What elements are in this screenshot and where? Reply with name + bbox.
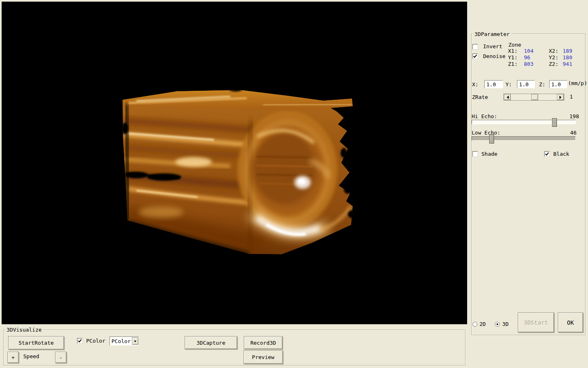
hi-echo-value: 198 [559, 113, 579, 119]
ok-button[interactable]: OK [558, 312, 583, 332]
pcolor-dropdown[interactable]: PColor [109, 337, 139, 346]
scale-z-label: Z: [539, 81, 546, 88]
zone-x2-label: X2: [549, 48, 558, 54]
parameter-groupbox [471, 34, 586, 335]
low-echo-slider-thumb[interactable] [489, 134, 494, 144]
zrate-scroll-thumb[interactable] [531, 94, 538, 100]
scale-x-label: X: [472, 81, 479, 88]
mode-2d-radio[interactable] [472, 322, 477, 327]
low-echo-label: Low Echo: [472, 130, 500, 136]
hi-echo-label: Hi Echo: [472, 113, 497, 119]
scale-y-input[interactable] [517, 80, 535, 88]
app-window: { "colors": { "window_bg": "#ece9d8", "v… [0, 0, 588, 368]
mode-3d-label: 3D [502, 321, 509, 327]
speed-plus-button[interactable]: + [7, 352, 19, 363]
start-rotate-button[interactable]: StartRotate [8, 336, 64, 350]
zone-y2-label: Y2: [549, 54, 558, 61]
zone-z2-value: 941 [563, 61, 572, 67]
zrate-label: ZRate [472, 94, 488, 100]
shade-checkbox[interactable] [472, 151, 478, 157]
parameter-group-title: 3DParameter [473, 31, 511, 37]
zone-z2-label: Z2: [549, 61, 558, 67]
invert-checkbox[interactable] [472, 44, 478, 49]
checkmark-icon [473, 54, 477, 58]
pcolor-dropdown-value: PColor [110, 338, 132, 344]
render-viewport[interactable] [2, 2, 467, 324]
dropdown-arrow-button[interactable] [132, 337, 138, 345]
start-3d-button[interactable]: 3DStart [518, 312, 554, 332]
mode-3d-radio[interactable] [495, 322, 500, 327]
right-arrow-icon [559, 96, 563, 99]
scale-unit-label: (mm/p) [568, 80, 587, 86]
low-echo-value: 46 [559, 130, 577, 136]
preview-button[interactable]: Preview [243, 350, 283, 364]
zone-x1-value: 104 [524, 48, 533, 54]
zone-z1-value: 803 [524, 61, 533, 67]
low-echo-slider-track[interactable] [472, 136, 576, 141]
black-label: Black [553, 151, 569, 157]
scale-y-label: Y: [506, 81, 512, 88]
ultrasound-volume-render [2, 2, 467, 324]
scale-x-input[interactable] [484, 80, 503, 88]
denoise-label: Denoise [483, 53, 506, 59]
pcolor-label: PColor [86, 338, 105, 344]
zone-y1-value: 96 [524, 54, 530, 61]
mode-2d-label: 2D [479, 321, 486, 327]
black-checkbox[interactable] [544, 151, 550, 157]
checkmark-icon [78, 339, 82, 343]
zrate-scroll-track[interactable] [511, 94, 557, 100]
zone-x1-label: X1: [508, 48, 517, 54]
zrate-scroll-right-button[interactable] [557, 94, 564, 100]
zrate-value: 1 [570, 94, 573, 100]
zrate-scrollbar[interactable] [503, 94, 564, 101]
invert-label: Invert [483, 43, 502, 49]
left-arrow-icon [505, 96, 509, 99]
zone-x2-value: 189 [563, 48, 572, 54]
capture-3d-button[interactable]: 3DCapture [185, 336, 237, 349]
pcolor-checkbox[interactable] [77, 338, 82, 343]
checkmark-icon [545, 152, 549, 156]
hi-echo-slider-thumb[interactable] [552, 118, 557, 127]
speed-minus-button[interactable]: - [55, 352, 67, 363]
scale-z-input[interactable] [549, 80, 567, 88]
shade-label: Shade [481, 151, 497, 157]
speed-label: Speed [23, 353, 39, 359]
zone-title: Zone [508, 42, 521, 48]
zone-y1-label: Y1: [508, 54, 517, 61]
record-3d-button[interactable]: Record3D [244, 336, 283, 349]
visualize-group-title: 3DVisualize [5, 327, 43, 333]
zrate-scroll-left-button[interactable] [504, 94, 511, 100]
hi-echo-slider-track[interactable] [472, 120, 576, 124]
zone-z1-label: Z1: [508, 61, 517, 67]
denoise-checkbox[interactable] [472, 54, 478, 59]
chevron-down-icon [134, 341, 136, 343]
zone-y2-value: 180 [563, 54, 572, 61]
